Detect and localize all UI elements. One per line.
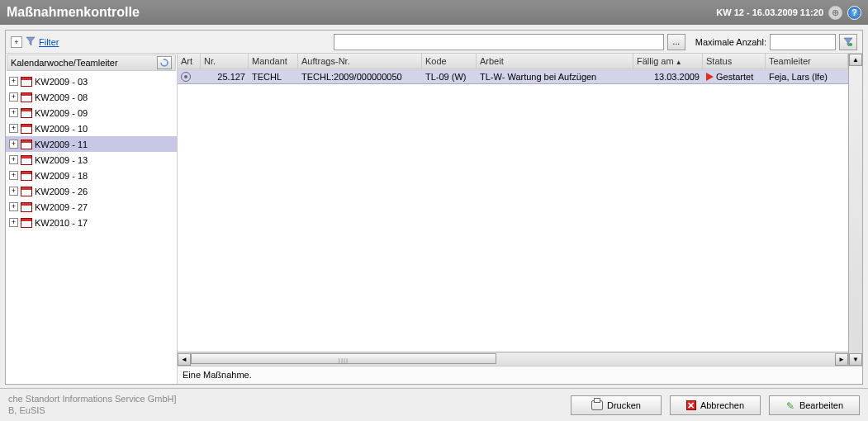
print-button[interactable]: Drucken xyxy=(571,395,662,415)
scroll-right-button[interactable]: ► xyxy=(835,353,848,366)
expand-icon[interactable]: + xyxy=(9,77,18,86)
status-bar: Eine Maßnahme. xyxy=(178,366,862,384)
edit-button[interactable]: Bearbeiten xyxy=(769,395,860,415)
calendar-icon xyxy=(21,77,32,87)
expand-icon[interactable]: + xyxy=(9,187,18,196)
gear-icon xyxy=(181,72,191,82)
expand-icon[interactable]: + xyxy=(9,202,18,211)
filter-link[interactable]: Filter xyxy=(39,37,59,47)
calendar-icon xyxy=(21,218,32,228)
cancel-button[interactable]: ✕ Abbrechen xyxy=(670,395,761,415)
cell-nr: 25.127 xyxy=(201,72,249,82)
tree-item-label: KW2009 - 11 xyxy=(35,140,88,149)
tree-item[interactable]: +KW2009 - 10 xyxy=(6,121,177,136)
calendar-icon xyxy=(21,92,32,102)
col-auftrag[interactable]: Auftrags-Nr. xyxy=(298,54,422,69)
tree-item-label: KW2009 - 18 xyxy=(35,171,88,181)
tree-item-label: KW2009 - 27 xyxy=(35,202,88,212)
expand-filter-button[interactable]: + xyxy=(11,36,22,48)
tree-item[interactable]: +KW2009 - 13 xyxy=(6,152,177,168)
expand-icon[interactable]: + xyxy=(9,108,18,117)
tree-item-label: KW2009 - 26 xyxy=(35,187,88,196)
expand-icon[interactable]: + xyxy=(9,218,18,227)
calendar-icon xyxy=(21,140,32,149)
grid-body[interactable]: 25.127TECHLTECHL:2009/000000050TL-09 (W)… xyxy=(178,69,848,352)
tree-item[interactable]: +KW2010 - 17 xyxy=(6,215,177,230)
tree-item[interactable]: +KW2009 - 08 xyxy=(6,89,177,105)
apply-filter-button[interactable] xyxy=(839,34,857,50)
filter-browse-button[interactable]: ... xyxy=(667,34,685,50)
calendar-icon xyxy=(21,124,32,134)
calendar-week-tree[interactable]: +KW2009 - 03+KW2009 - 08+KW2009 - 09+KW2… xyxy=(6,72,177,384)
edit-icon xyxy=(785,400,795,410)
tree-item[interactable]: +KW2009 - 18 xyxy=(6,168,177,183)
tree-header: Kalendarwoche/Teamleiter xyxy=(11,58,157,68)
tree-item-label: KW2009 - 03 xyxy=(35,77,88,87)
calendar-icon xyxy=(21,187,32,196)
play-icon xyxy=(706,73,714,81)
tree-refresh-button[interactable] xyxy=(157,56,172,69)
col-status[interactable]: Status xyxy=(703,54,766,69)
tree-item-label: KW2009 - 10 xyxy=(35,124,88,134)
col-art[interactable]: Art xyxy=(178,54,201,69)
calendar-icon xyxy=(21,155,32,165)
filter-input[interactable] xyxy=(334,34,664,50)
tree-item-label: KW2009 - 08 xyxy=(35,92,88,102)
footer-info: che Standort Informations Service GmbH] … xyxy=(8,394,177,415)
col-arbeit[interactable]: Arbeit xyxy=(477,54,633,69)
expand-icon[interactable]: + xyxy=(9,171,18,180)
globe-icon[interactable]: ⊕ xyxy=(828,6,842,20)
col-nr[interactable]: Nr. xyxy=(201,54,249,69)
cell-auftrag: TECHL:2009/000000050 xyxy=(298,72,422,82)
help-icon[interactable]: ? xyxy=(847,6,861,20)
tree-item[interactable]: +KW2009 - 03 xyxy=(6,73,177,89)
grid-header-row: Art Nr. Mandant Auftrags-Nr. Kode Arbeit… xyxy=(178,54,848,69)
cell-mandant: TECHL xyxy=(249,72,298,82)
expand-icon[interactable]: + xyxy=(9,140,18,149)
cell-arbeit: TL-W- Wartung bei Aufzügen xyxy=(477,72,633,82)
max-count-label: Maximale Anzahl: xyxy=(695,37,766,47)
calendar-icon xyxy=(21,108,32,118)
cancel-icon: ✕ xyxy=(686,400,696,410)
cell-faellig: 13.03.2009 xyxy=(633,72,703,82)
table-row[interactable]: 25.127TECHLTECHL:2009/000000050TL-09 (W)… xyxy=(178,69,848,84)
svg-point-0 xyxy=(849,43,852,46)
calendar-icon xyxy=(21,202,32,212)
tree-item-label: KW2009 - 09 xyxy=(35,108,88,118)
horizontal-scrollbar[interactable]: ◄ |||| ► xyxy=(178,352,848,366)
page-title: Maßnahmenkontrolle xyxy=(7,5,716,20)
sort-asc-icon: ▲ xyxy=(676,59,682,66)
tree-item[interactable]: +KW2009 - 09 xyxy=(6,105,177,121)
cell-kode: TL-09 (W) xyxy=(422,72,477,82)
cell-status: Gestartet xyxy=(703,72,766,82)
cell-teamleiter: Feja, Lars (lfe) xyxy=(766,72,848,82)
tree-item-label: KW2009 - 13 xyxy=(35,155,88,165)
scroll-up-button[interactable]: ▲ xyxy=(849,54,862,66)
col-faellig[interactable]: Fällig am▲ xyxy=(633,54,703,69)
col-teamleiter[interactable]: Teamleiter xyxy=(766,54,848,69)
tree-item-label: KW2010 - 17 xyxy=(35,218,88,228)
header-datetime: KW 12 - 16.03.2009 11:20 xyxy=(716,7,823,17)
col-mandant[interactable]: Mandant xyxy=(249,54,298,69)
vertical-scrollbar[interactable]: ▲ ▼ xyxy=(848,54,862,366)
print-icon xyxy=(591,400,603,410)
scroll-down-button[interactable]: ▼ xyxy=(849,353,862,366)
col-kode[interactable]: Kode xyxy=(422,54,477,69)
tree-item[interactable]: +KW2009 - 11 xyxy=(6,136,177,152)
tree-item[interactable]: +KW2009 - 26 xyxy=(6,183,177,199)
calendar-icon xyxy=(21,171,32,181)
expand-icon[interactable]: + xyxy=(9,124,18,133)
max-count-input[interactable] xyxy=(770,34,836,50)
expand-icon[interactable]: + xyxy=(9,92,18,102)
scroll-left-button[interactable]: ◄ xyxy=(178,353,191,366)
tree-item[interactable]: +KW2009 - 27 xyxy=(6,199,177,215)
expand-icon[interactable]: + xyxy=(9,155,18,164)
funnel-icon xyxy=(26,36,36,48)
